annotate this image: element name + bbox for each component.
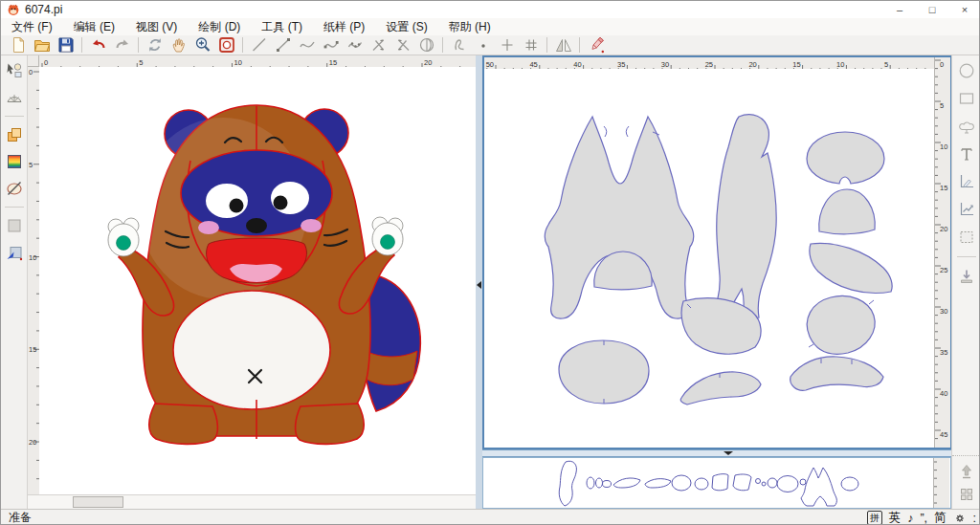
menu-draw[interactable]: 绘制 (D)	[188, 18, 251, 35]
pattern-piece-foot-strip-2[interactable]	[791, 357, 883, 390]
grid-panel-tool[interactable]	[955, 485, 979, 504]
ellipse-axis-tool[interactable]	[414, 35, 438, 55]
ime-toolbar: 拼英♪”,简:	[867, 510, 976, 525]
curve-points-tool[interactable]	[343, 35, 367, 55]
draw-cloud-tool[interactable]	[955, 117, 979, 136]
sound-icon[interactable]: ♪	[907, 512, 913, 525]
menu-edit[interactable]: 编辑 (E)	[63, 18, 125, 35]
thumbnail-piece-10[interactable]	[756, 479, 761, 484]
select-region-tool[interactable]	[955, 228, 979, 247]
svg-text:20: 20	[424, 58, 432, 67]
menu-help[interactable]: 帮助 (H)	[438, 18, 501, 35]
pattern-canvas[interactable]	[484, 69, 934, 448]
gradient-fill-tool[interactable]	[2, 152, 26, 171]
scrollbar-thumb[interactable]	[73, 496, 123, 508]
draw-ellipse-tool[interactable]	[955, 61, 979, 80]
pan-hand-tool[interactable]	[167, 35, 190, 55]
main-toolbar	[1, 35, 980, 55]
eraser-tool[interactable]	[584, 35, 608, 55]
pattern-piece-side-body[interactable]	[711, 115, 776, 322]
thumbnail-piece-2[interactable]	[596, 478, 603, 488]
svg-text:10: 10	[940, 142, 947, 151]
double-cross-tool[interactable]	[519, 35, 543, 55]
fit-view-tool[interactable]	[214, 35, 238, 55]
curve-tool[interactable]	[295, 35, 319, 55]
thumbnail-piece-0[interactable]	[559, 461, 576, 506]
thumbnail-piece-1[interactable]	[587, 477, 594, 489]
pattern-pane[interactable]: 5101520253035404550 051015202530354045	[482, 55, 951, 449]
menu-settings[interactable]: 设置 (S)	[375, 18, 437, 35]
english-indicator[interactable]: 英	[889, 510, 902, 525]
pen-curve-tool[interactable]	[447, 35, 471, 55]
app-icon	[7, 3, 20, 16]
measure-arrow-tool[interactable]	[955, 200, 979, 219]
point-dot-tool[interactable]	[471, 35, 495, 55]
send-up-tool[interactable]	[955, 462, 979, 481]
horizontal-scrollbar[interactable]	[28, 494, 476, 509]
splitter-collapse-down-arrow[interactable]	[724, 451, 733, 455]
pattern-piece-ear-dome[interactable]	[819, 189, 875, 234]
thumbnail-piece-9[interactable]	[733, 474, 751, 491]
pinyin-indicator[interactable]: 拼	[867, 511, 882, 525]
thumbnail-piece-5[interactable]	[645, 479, 671, 488]
rotate-view-tool[interactable]	[143, 35, 167, 55]
export-piece-tool[interactable]	[955, 267, 979, 286]
minimize-button[interactable]: –	[883, 1, 916, 18]
copy-shape-tool[interactable]	[2, 125, 26, 144]
line-endpoints-tool[interactable]	[271, 35, 295, 55]
thumbnail-piece-13[interactable]	[777, 476, 798, 492]
svg-text:0: 0	[44, 58, 48, 67]
marquee-tool[interactable]	[2, 216, 26, 235]
undo-tool[interactable]	[86, 35, 110, 55]
right-cheek	[301, 219, 322, 232]
pattern-piece-head-top[interactable]	[807, 132, 884, 184]
mirror-tool-tool[interactable]	[551, 35, 575, 55]
vertical-splitter[interactable]	[476, 55, 482, 509]
thumbnail-piece-3[interactable]	[603, 481, 612, 488]
no-fill-tool[interactable]	[2, 179, 26, 198]
angle-tool-1-tool[interactable]	[367, 35, 390, 55]
menu-tools[interactable]: 工具 (T)	[251, 18, 313, 35]
menu-pattern[interactable]: 纸样 (P)	[313, 18, 375, 35]
zoom-in-tool[interactable]	[190, 35, 214, 55]
angle-tool-2-tool[interactable]	[390, 35, 414, 55]
maximize-button[interactable]: □	[916, 1, 948, 18]
curve-endpoints-tool[interactable]	[319, 35, 343, 55]
save-tool[interactable]	[54, 35, 78, 55]
pattern-piece-belly-base[interactable]	[559, 340, 649, 404]
nudge-select-tool[interactable]	[2, 243, 26, 262]
new-file-tool[interactable]	[6, 35, 30, 55]
thumbnail-piece-15[interactable]	[801, 468, 836, 506]
pattern-piece-foot-strip-1[interactable]	[680, 372, 761, 405]
pattern-piece-cheek-wedge[interactable]	[810, 243, 892, 293]
select-shapes-tool[interactable]	[2, 61, 26, 80]
cross-mark-tool[interactable]	[495, 35, 519, 55]
line-tool[interactable]	[247, 35, 271, 55]
more-menu[interactable]: :	[973, 512, 976, 525]
thumbnail-piece-11[interactable]	[762, 482, 766, 486]
punctuation-indicator[interactable]: ”,	[920, 512, 927, 525]
close-button[interactable]: ×	[948, 1, 980, 18]
menu-view[interactable]: 视图 (V)	[125, 18, 188, 35]
thumbnail-piece-4[interactable]	[613, 478, 640, 488]
protractor-tool[interactable]	[2, 88, 26, 107]
redo-tool[interactable]	[110, 35, 134, 55]
thumbnail-piece-14[interactable]	[800, 479, 806, 485]
menu-file[interactable]: 文件 (F)	[1, 18, 63, 35]
measure-chart-tool[interactable]	[955, 172, 979, 191]
thumbnail-piece-16[interactable]	[841, 477, 858, 491]
draw-text-tool[interactable]	[955, 144, 979, 164]
draw-rect-tool[interactable]	[955, 89, 979, 108]
open-folder-tool[interactable]	[30, 35, 54, 55]
simplified-indicator[interactable]: 简	[934, 510, 947, 525]
settings-gear-icon[interactable]	[953, 512, 967, 525]
pattern-piece-belly-side[interactable]	[807, 296, 875, 355]
horizontal-splitter[interactable]	[482, 449, 951, 457]
thumbnail-piece-6[interactable]	[672, 475, 691, 491]
thumbnail-piece-12[interactable]	[768, 478, 777, 488]
splitter-collapse-left-arrow[interactable]	[477, 281, 481, 289]
render-canvas[interactable]	[39, 67, 476, 494]
thumbnail-piece-8[interactable]	[712, 474, 728, 491]
thumbnail-piece-7[interactable]	[695, 478, 708, 490]
thumbnail-pane[interactable]	[482, 457, 951, 509]
